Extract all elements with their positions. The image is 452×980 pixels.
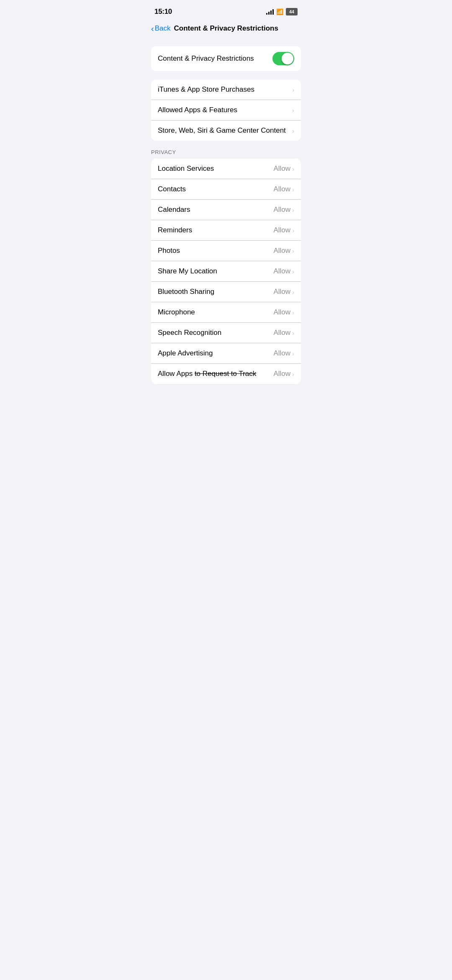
bluetooth-sharing-value: Allow: [273, 288, 290, 296]
apple-advertising-right: Allow ›: [273, 349, 294, 358]
chevron-icon: ›: [292, 127, 294, 134]
contacts-right: Allow ›: [273, 185, 294, 193]
location-services-right: Allow ›: [273, 165, 294, 173]
apple-advertising-label: Apple Advertising: [158, 349, 213, 358]
contacts-value: Allow: [273, 185, 290, 193]
main-toggle-section: Content & Privacy Restrictions: [151, 46, 301, 71]
back-chevron-icon: ‹: [151, 24, 154, 33]
allow-apps-track-label: Allow Apps to Request to Track: [158, 370, 256, 378]
chevron-icon: ›: [292, 309, 294, 316]
menu-section: iTunes & App Store Purchases › Allowed A…: [151, 80, 301, 141]
calendars-label: Calendars: [158, 206, 190, 214]
allowed-apps-right: ›: [292, 107, 294, 114]
speech-recognition-value: Allow: [273, 329, 290, 337]
chevron-icon: ›: [292, 165, 294, 172]
speech-recognition-row[interactable]: Speech Recognition Allow ›: [151, 323, 301, 343]
toggle-knob: [282, 53, 293, 64]
apple-advertising-value: Allow: [273, 349, 290, 358]
chevron-icon: ›: [292, 107, 294, 114]
battery-icon: 44: [286, 8, 298, 15]
calendars-right: Allow ›: [273, 206, 294, 214]
chevron-icon: ›: [292, 186, 294, 193]
share-my-location-label: Share My Location: [158, 267, 217, 275]
store-web-siri-label: Store, Web, Siri & Game Center Content: [158, 126, 286, 135]
bluetooth-sharing-label: Bluetooth Sharing: [158, 288, 214, 296]
menu-card: iTunes & App Store Purchases › Allowed A…: [151, 80, 301, 141]
reminders-label: Reminders: [158, 226, 192, 234]
chevron-icon: ›: [292, 268, 294, 275]
back-button[interactable]: ‹ Back: [151, 24, 170, 33]
content-privacy-toggle-row[interactable]: Content & Privacy Restrictions: [151, 46, 301, 71]
location-services-row[interactable]: Location Services Allow ›: [151, 159, 301, 179]
photos-row[interactable]: Photos Allow ›: [151, 241, 301, 261]
calendars-value: Allow: [273, 206, 290, 214]
reminders-value: Allow: [273, 226, 290, 234]
page-title: Content & Privacy Restrictions: [174, 24, 278, 33]
status-time: 15:10: [154, 8, 172, 16]
calendars-row[interactable]: Calendars Allow ›: [151, 200, 301, 220]
wifi-icon: 📶: [276, 8, 283, 15]
share-my-location-row[interactable]: Share My Location Allow ›: [151, 261, 301, 282]
chevron-icon: ›: [292, 288, 294, 296]
share-my-location-right: Allow ›: [273, 267, 294, 275]
photos-label: Photos: [158, 247, 180, 255]
strikethrough-text: to Request to Track: [195, 370, 256, 378]
allowed-apps-row[interactable]: Allowed Apps & Features ›: [151, 100, 301, 121]
store-web-siri-right: ›: [292, 127, 294, 134]
itunes-purchases-row[interactable]: iTunes & App Store Purchases ›: [151, 80, 301, 100]
bluetooth-sharing-right: Allow ›: [273, 288, 294, 296]
status-bar: 15:10 📶 44: [144, 0, 308, 21]
privacy-section: Location Services Allow › Contacts Allow…: [151, 159, 301, 384]
reminders-row[interactable]: Reminders Allow ›: [151, 220, 301, 241]
microphone-label: Microphone: [158, 308, 195, 316]
microphone-row[interactable]: Microphone Allow ›: [151, 302, 301, 323]
back-label: Back: [155, 24, 171, 33]
chevron-icon: ›: [292, 350, 294, 357]
store-web-siri-row[interactable]: Store, Web, Siri & Game Center Content ›: [151, 121, 301, 141]
share-my-location-value: Allow: [273, 267, 290, 275]
photos-value: Allow: [273, 247, 290, 255]
main-toggle-card: Content & Privacy Restrictions: [151, 46, 301, 71]
signal-icon: [266, 9, 274, 15]
status-icons: 📶 44: [266, 8, 298, 15]
chevron-icon: ›: [292, 370, 294, 378]
contacts-row[interactable]: Contacts Allow ›: [151, 179, 301, 200]
chevron-icon: ›: [292, 329, 294, 337]
photos-right: Allow ›: [273, 247, 294, 255]
allow-apps-track-right: Allow ›: [273, 370, 294, 378]
allowed-apps-label: Allowed Apps & Features: [158, 106, 237, 114]
privacy-section-label-container: PRIVACY: [144, 149, 308, 159]
microphone-right: Allow ›: [273, 308, 294, 316]
reminders-right: Allow ›: [273, 226, 294, 234]
contacts-label: Contacts: [158, 185, 186, 193]
privacy-card: Location Services Allow › Contacts Allow…: [151, 159, 301, 384]
chevron-icon: ›: [292, 227, 294, 234]
itunes-purchases-right: ›: [292, 86, 294, 93]
chevron-icon: ›: [292, 86, 294, 93]
apple-advertising-row[interactable]: Apple Advertising Allow ›: [151, 343, 301, 364]
chevron-icon: ›: [292, 247, 294, 255]
speech-recognition-right: Allow ›: [273, 329, 294, 337]
nav-bar: ‹ Back Content & Privacy Restrictions: [144, 21, 308, 38]
microphone-value: Allow: [273, 308, 290, 316]
speech-recognition-label: Speech Recognition: [158, 329, 221, 337]
allow-apps-track-row[interactable]: Allow Apps to Request to Track Allow ›: [151, 364, 301, 384]
content-privacy-label: Content & Privacy Restrictions: [158, 54, 254, 63]
itunes-purchases-label: iTunes & App Store Purchases: [158, 85, 254, 94]
bluetooth-sharing-row[interactable]: Bluetooth Sharing Allow ›: [151, 282, 301, 302]
allow-apps-track-value: Allow: [273, 370, 290, 378]
privacy-section-label: PRIVACY: [144, 149, 308, 159]
content-privacy-toggle[interactable]: [272, 52, 294, 65]
chevron-icon: ›: [292, 206, 294, 213]
location-services-value: Allow: [273, 165, 290, 173]
location-services-label: Location Services: [158, 165, 214, 173]
